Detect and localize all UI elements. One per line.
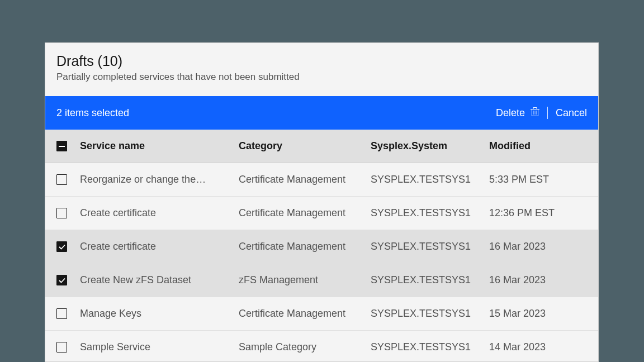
row-checkbox-cell <box>45 208 80 218</box>
cell-modified: 5:33 PM EST <box>489 174 598 185</box>
page-title: Drafts (10) <box>56 53 587 69</box>
selection-bar: 2 items selected Delete Cance <box>45 96 598 130</box>
cell-sysplex: SYSPLEX.TESTSYS1 <box>371 341 489 353</box>
cell-sysplex: SYSPLEX.TESTSYS1 <box>371 174 489 185</box>
row-checkbox-cell <box>45 174 80 185</box>
svg-rect-7 <box>59 146 65 147</box>
table-row[interactable]: Manage KeysCertificate ManagementSYSPLEX… <box>45 297 598 331</box>
row-checkbox-cell <box>45 342 80 353</box>
row-checkbox[interactable] <box>56 275 67 285</box>
column-header-sysplex[interactable]: Sysplex.System <box>371 140 489 152</box>
cancel-button[interactable]: Cancel <box>556 107 587 119</box>
row-checkbox[interactable] <box>56 342 67 353</box>
cell-modified: 14 Mar 2023 <box>489 341 598 353</box>
action-divider <box>547 107 548 119</box>
delete-button[interactable]: Delete <box>496 107 539 120</box>
table-row[interactable]: Create New zFS DatasetzFS ManagementSYSP… <box>45 264 598 297</box>
table-body: Reorganize or change the…Certificate Man… <box>45 163 598 362</box>
cell-service-name: Reorganize or change the… <box>80 174 239 185</box>
table-row[interactable]: Reorganize or change the…Certificate Man… <box>45 163 598 197</box>
cell-service-name: Manage Keys <box>80 308 239 320</box>
cell-service-name: Create New zFS Dataset <box>80 274 239 286</box>
delete-label: Delete <box>496 107 525 119</box>
column-header-category[interactable]: Category <box>239 140 371 152</box>
trash-icon <box>531 107 539 120</box>
drafts-panel: Drafts (10) Partially completed services… <box>45 42 599 362</box>
row-checkbox-cell <box>45 308 80 319</box>
column-header-service-name[interactable]: Service name <box>80 140 239 152</box>
row-checkbox[interactable] <box>56 308 67 319</box>
selection-count-label: 2 items selected <box>56 107 496 119</box>
panel-header: Drafts (10) Partially completed services… <box>45 43 598 96</box>
cell-sysplex: SYSPLEX.TESTSYS1 <box>371 241 489 253</box>
row-checkbox[interactable] <box>56 208 67 218</box>
select-all-checkbox[interactable] <box>56 141 67 151</box>
cell-sysplex: SYSPLEX.TESTSYS1 <box>371 274 489 286</box>
cell-modified: 16 Mar 2023 <box>489 241 598 253</box>
cell-category: Sample Category <box>239 341 371 353</box>
cell-category: Certificate Management <box>239 174 371 185</box>
cell-category: Certificate Management <box>239 207 371 219</box>
table-row[interactable]: Create certificateCertificate Management… <box>45 230 598 264</box>
cell-sysplex: SYSPLEX.TESTSYS1 <box>371 207 489 219</box>
cell-category: zFS Management <box>239 274 371 286</box>
cell-modified: 15 Mar 2023 <box>489 308 598 320</box>
cell-category: Certificate Management <box>239 241 371 253</box>
page-subtitle: Partially completed services that have n… <box>56 72 587 83</box>
cell-modified: 16 Mar 2023 <box>489 274 598 286</box>
cell-service-name: Sample Service <box>80 341 239 353</box>
selection-actions: Delete Cancel <box>496 107 587 120</box>
column-header-modified[interactable]: Modified <box>489 140 598 152</box>
cell-sysplex: SYSPLEX.TESTSYS1 <box>371 308 489 320</box>
table-header-row: Service name Category Sysplex.System Mod… <box>45 130 598 163</box>
row-checkbox-cell <box>45 275 80 285</box>
svg-rect-0 <box>532 109 538 116</box>
row-checkbox-cell <box>45 241 80 252</box>
row-checkbox[interactable] <box>56 174 67 185</box>
cell-category: Certificate Management <box>239 308 371 320</box>
table-row[interactable]: Create certificateCertificate Management… <box>45 197 598 230</box>
header-checkbox-cell <box>45 141 80 151</box>
table-row[interactable]: Sample ServiceSample CategorySYSPLEX.TES… <box>45 331 598 362</box>
cell-service-name: Create certificate <box>80 207 239 219</box>
row-checkbox[interactable] <box>56 241 67 252</box>
cell-modified: 12:36 PM EST <box>489 207 598 219</box>
cell-service-name: Create certificate <box>80 241 239 253</box>
